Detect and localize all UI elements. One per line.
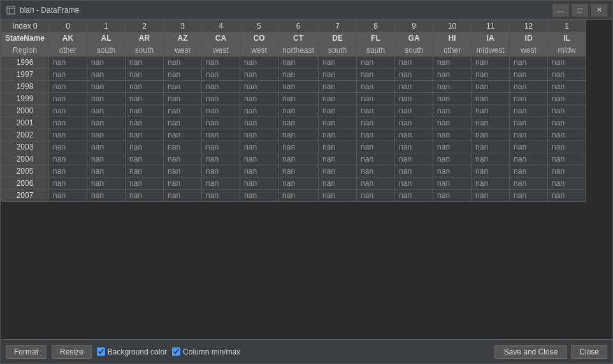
data-cell: nan [433, 117, 472, 129]
table-row: 1997nannannannannannannannannannannannan… [1, 69, 586, 81]
col-header-13: 1 [548, 20, 586, 32]
data-cell: nan [319, 129, 357, 141]
region-west-az: west [164, 45, 202, 57]
data-cell: nan [319, 165, 357, 178]
data-cell: nan [164, 141, 202, 153]
close-button[interactable]: Close [571, 345, 607, 359]
table-row: 1998nannannannannannannannannannannannan… [1, 81, 586, 93]
data-cell: nan [510, 81, 548, 93]
data-cell: nan [202, 129, 240, 141]
data-cell: nan [548, 117, 586, 129]
data-cell: nan [164, 105, 202, 117]
data-cell: nan [49, 93, 87, 105]
data-cell: nan [87, 69, 126, 81]
col-minmax-checkbox[interactable] [172, 347, 180, 356]
data-cell: nan [433, 129, 472, 141]
data-cell: nan [49, 165, 87, 178]
data-cell: nan [164, 81, 202, 93]
save-close-button[interactable]: Save and Close [494, 345, 568, 359]
region-midw-il: midw [548, 45, 586, 57]
data-cell: nan [433, 190, 472, 202]
data-cell: nan [395, 93, 433, 105]
data-cell: nan [472, 153, 510, 165]
data-cell: nan [278, 190, 319, 202]
data-cell: nan [433, 93, 472, 105]
data-cell: nan [395, 57, 433, 69]
data-cell: nan [49, 129, 87, 141]
data-cell: nan [49, 57, 87, 69]
col-header-8: 8 [357, 20, 395, 32]
row-index: 2000 [1, 105, 49, 117]
close-window-button[interactable]: ✕ [591, 4, 607, 17]
index-header: Index 0 [1, 20, 49, 32]
data-cell: nan [164, 153, 202, 165]
data-cell: nan [87, 57, 126, 69]
data-cell: nan [202, 105, 240, 117]
data-cell: nan [548, 141, 586, 153]
data-cell: nan [433, 153, 472, 165]
app-icon [6, 5, 16, 15]
col-minmax-label: Column min/max [183, 347, 240, 356]
maximize-button[interactable]: □ [572, 4, 588, 17]
region-header: Region [1, 45, 49, 57]
data-cell: nan [510, 117, 548, 129]
data-cell: nan [126, 165, 164, 178]
data-cell: nan [433, 165, 472, 178]
data-cell: nan [472, 105, 510, 117]
data-cell: nan [357, 153, 395, 165]
data-cell: nan [395, 141, 433, 153]
data-cell: nan [164, 190, 202, 202]
data-cell: nan [548, 153, 586, 165]
data-cell: nan [126, 69, 164, 81]
data-cell: nan [278, 153, 319, 165]
table-body: 1996nannannannannannannannannannannannan… [1, 57, 586, 202]
resize-button[interactable]: Resize [52, 345, 92, 359]
data-cell: nan [319, 105, 357, 117]
table-row: 2007nannannannannannannannannannannannan… [1, 190, 586, 202]
data-cell: nan [548, 178, 586, 190]
data-cell: nan [433, 178, 472, 190]
bg-color-checkbox-item[interactable]: Background color [97, 347, 167, 356]
region-other-ak: other [49, 45, 87, 57]
data-cell: nan [164, 178, 202, 190]
data-cell: nan [433, 81, 472, 93]
format-button[interactable]: Format [6, 345, 47, 359]
row-index: 2004 [1, 153, 49, 165]
row-index: 2002 [1, 129, 49, 141]
region-south-al: south [87, 45, 126, 57]
bg-color-checkbox[interactable] [97, 347, 105, 356]
data-cell: nan [510, 153, 548, 165]
data-cell: nan [395, 178, 433, 190]
data-cell: nan [472, 190, 510, 202]
data-cell: nan [202, 165, 240, 178]
data-cell: nan [126, 105, 164, 117]
table-row: 1996nannannannannannannannannannannannan… [1, 57, 586, 69]
data-cell: nan [49, 69, 87, 81]
data-cell: nan [49, 178, 87, 190]
table-container[interactable]: Index 0 0 1 2 3 4 5 6 7 8 9 10 11 12 1 [1, 20, 612, 339]
data-cell: nan [357, 178, 395, 190]
data-cell: nan [510, 69, 548, 81]
col-header-1: 1 [87, 20, 126, 32]
data-cell: nan [319, 117, 357, 129]
header-row-regions: Region other south south west west west … [1, 45, 586, 57]
state-ga: GA [395, 32, 433, 45]
data-cell: nan [433, 105, 472, 117]
data-cell: nan [164, 165, 202, 178]
data-cell: nan [395, 117, 433, 129]
data-cell: nan [319, 153, 357, 165]
data-cell: nan [278, 93, 319, 105]
data-cell: nan [472, 165, 510, 178]
data-cell: nan [395, 190, 433, 202]
data-cell: nan [240, 165, 278, 178]
data-cell: nan [510, 93, 548, 105]
minimize-button[interactable]: — [552, 4, 569, 17]
table-row: 2002nannannannannannannannannannannannan… [1, 129, 586, 141]
data-cell: nan [126, 81, 164, 93]
table-row: 2001nannannannannannannannannannannannan… [1, 117, 586, 129]
data-cell: nan [87, 105, 126, 117]
col-minmax-checkbox-item[interactable]: Column min/max [172, 347, 240, 356]
data-cell: nan [278, 105, 319, 117]
data-cell: nan [395, 153, 433, 165]
data-cell: nan [202, 57, 240, 69]
